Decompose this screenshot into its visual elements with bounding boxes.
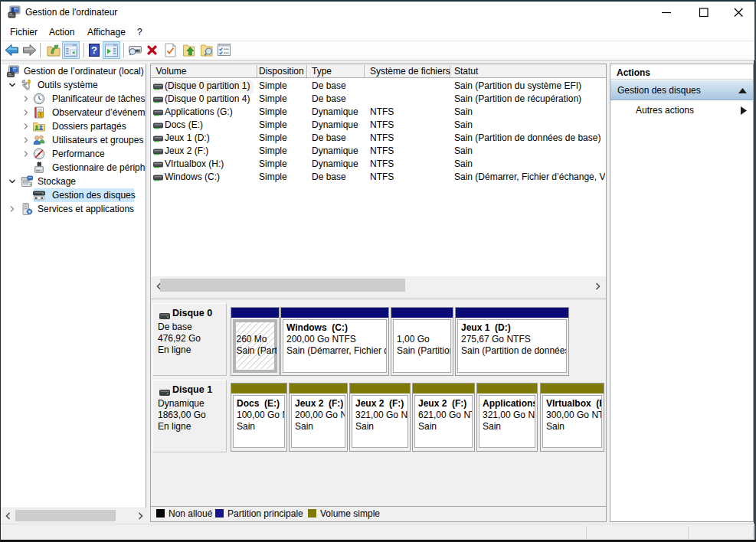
svg-text:?: ? xyxy=(91,44,97,56)
svg-text:!: ! xyxy=(40,112,41,117)
